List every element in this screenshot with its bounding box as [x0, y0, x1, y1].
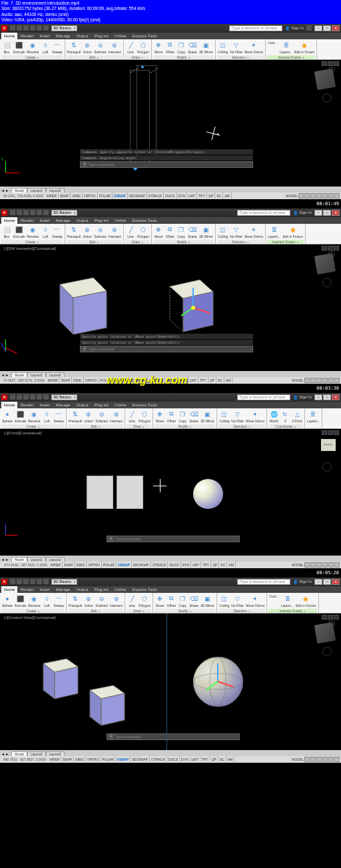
offset-button[interactable]: ⧉Offset: [165, 40, 175, 55]
tab-layout1[interactable]: Layout1: [27, 372, 46, 377]
view-label[interactable]: [-][Front][Conceptual]: [4, 431, 41, 435]
tab-output[interactable]: Output: [73, 217, 91, 224]
panel-title-create[interactable]: Create: [1, 55, 63, 59]
tab-online[interactable]: Online: [112, 33, 129, 39]
sb-icon[interactable]: [316, 193, 322, 199]
tab-express[interactable]: Express Tools: [129, 33, 159, 39]
tab-plugins[interactable]: Plug-ins: [91, 33, 111, 39]
sb-model[interactable]: MODEL: [286, 194, 298, 198]
viewport[interactable]: [-][Custom View][Conceptual] ×Type a com: [0, 614, 341, 750]
box-button[interactable]: ⬜Box: [1, 224, 12, 239]
intersect-button[interactable]: ⊗Intersect: [108, 40, 122, 55]
workspace-dropdown[interactable]: 3D Basics: [51, 210, 77, 216]
nofilter-button[interactable]: ▽No Filter: [229, 224, 243, 239]
sb-otrack[interactable]: OTRACK: [147, 193, 165, 199]
tab-online[interactable]: Online: [112, 217, 129, 224]
sb-ortho[interactable]: ORTHO: [83, 193, 98, 199]
qat-undo-icon[interactable]: [30, 25, 35, 31]
sphere-button[interactable]: ●Sphere: [1, 409, 13, 424]
extrude-button[interactable]: ⬛Extrude: [13, 40, 25, 55]
panel-title-fusion[interactable]: Inventor Fusion: [267, 55, 315, 59]
sb-icon[interactable]: [334, 193, 340, 199]
vp-max-icon[interactable]: [328, 61, 333, 66]
tab-manage[interactable]: Manage: [53, 217, 73, 224]
world-button[interactable]: 🌐World: [268, 409, 279, 424]
panel-title-selection[interactable]: Selection: [217, 55, 264, 59]
move-button[interactable]: ✥Move: [153, 40, 164, 55]
panel-title-draw[interactable]: Draw: [125, 55, 150, 59]
navwheel-icon[interactable]: [322, 93, 332, 103]
vp-min-icon[interactable]: [322, 61, 327, 66]
sb-icon[interactable]: [328, 193, 334, 199]
exchange-icon[interactable]: [306, 25, 312, 31]
workspace-dropdown[interactable]: 3D Basics: [51, 579, 77, 585]
panel-title-modify[interactable]: Modify: [153, 55, 214, 59]
app-logo-icon[interactable]: A: [1, 579, 7, 585]
search-input[interactable]: Type a keyword or phrase: [237, 210, 290, 216]
copy-button[interactable]: ❐Copy: [176, 40, 186, 55]
gizmo-button[interactable]: ✦Move Gizmo: [244, 224, 264, 239]
layers-button[interactable]: ≣Layers...: [267, 224, 281, 239]
line-button[interactable]: ╱Line: [125, 40, 136, 55]
revolve-button[interactable]: ◉Revolve: [26, 40, 39, 55]
extrude-button[interactable]: ⬛Extrude: [13, 224, 25, 239]
command-window[interactable]: Specify point location or [Base point/Un…: [80, 333, 253, 352]
tab-home[interactable]: Home: [1, 217, 17, 224]
search-input[interactable]: Type a keyword or phrase: [237, 579, 290, 585]
navwheel-icon[interactable]: [322, 462, 332, 472]
extrude-button[interactable]: ⬛Extrude: [14, 409, 27, 424]
viewcube[interactable]: [314, 69, 336, 90]
qat-new-icon[interactable]: [10, 25, 15, 31]
tab-model[interactable]: Model: [11, 188, 27, 193]
sb-dyn[interactable]: DYN: [177, 193, 188, 199]
presspull-button[interactable]: ⇅Presspull: [67, 40, 82, 55]
sb-icon[interactable]: [304, 193, 310, 199]
move-button[interactable]: ✥Move: [153, 224, 164, 239]
sb-snap[interactable]: SNAP: [59, 193, 71, 199]
line-button[interactable]: ╱Line: [125, 224, 136, 239]
tab-layout2[interactable]: Layout2: [46, 188, 65, 193]
signin-button[interactable]: 👤 Sign In: [293, 395, 312, 400]
sb-polar[interactable]: POLAR: [98, 193, 113, 199]
x-button[interactable]: ↻X: [280, 409, 290, 424]
panel-title-edit[interactable]: Edit: [67, 55, 122, 59]
loft-button[interactable]: ◊Loft: [41, 409, 52, 424]
qat-open-icon[interactable]: [17, 25, 22, 31]
coor-button[interactable]: Coor...: [267, 40, 278, 55]
union-button[interactable]: ⊕Union: [82, 40, 93, 55]
tab-express[interactable]: Express Tools: [129, 217, 159, 224]
box-button[interactable]: ⬜Box: [1, 40, 12, 55]
fusion-button[interactable]: ◉Edit in Fusion: [294, 40, 315, 55]
signin-button[interactable]: 👤 Sign In: [293, 580, 312, 584]
sweep-button[interactable]: 〰Sweep: [53, 409, 64, 424]
sb-icon[interactable]: [310, 193, 316, 199]
sb-qp[interactable]: QP: [207, 193, 215, 199]
tab-insert[interactable]: Insert: [37, 33, 53, 39]
subtract-button[interactable]: ⊖Subtract: [93, 40, 107, 55]
subtract-button[interactable]: ⊖Subtract: [93, 224, 107, 239]
view-label[interactable]: [-][Custom View][Conceptual]: [4, 616, 56, 620]
viewport[interactable]: [-][Front][Conceptual] FRONT ×Type a com…: [0, 429, 341, 556]
revolve-button[interactable]: ◉Revolve: [26, 224, 39, 239]
nofilter-button[interactable]: ▽No Filter: [229, 40, 243, 55]
offset-button[interactable]: ⧉Offset: [165, 224, 175, 239]
gizmo-button[interactable]: ✦Move Gizmo: [244, 40, 264, 55]
workspace-dropdown[interactable]: 3D Basics: [51, 394, 77, 400]
qat-redo-icon[interactable]: [37, 25, 42, 31]
view-label[interactable]: [-][SW Isometric][Conceptual]: [4, 246, 56, 250]
tab-plugins[interactable]: Plug-ins: [91, 217, 111, 224]
sb-icon[interactable]: [298, 193, 304, 199]
minimize-button[interactable]: ─: [314, 25, 322, 31]
revolve-button[interactable]: ◉Revolve: [27, 409, 41, 424]
tab-render[interactable]: Render: [18, 33, 37, 39]
app-logo-icon[interactable]: A: [1, 394, 7, 400]
erase-button[interactable]: ⌫Erase: [187, 224, 198, 239]
sb-3dosnap[interactable]: 3DOSNAP: [128, 193, 147, 199]
sb-am[interactable]: AM: [223, 193, 232, 199]
cmd-input[interactable]: ×Type a command: [80, 161, 253, 168]
signin-button[interactable]: 👤 Sign In: [293, 211, 312, 215]
presspull-button[interactable]: ⇅Presspull: [67, 224, 82, 239]
mirror-button[interactable]: ▣3D Mirror: [198, 40, 214, 55]
viewcube[interactable]: [314, 253, 336, 274]
viewcube-front[interactable]: FRONT: [321, 439, 336, 451]
